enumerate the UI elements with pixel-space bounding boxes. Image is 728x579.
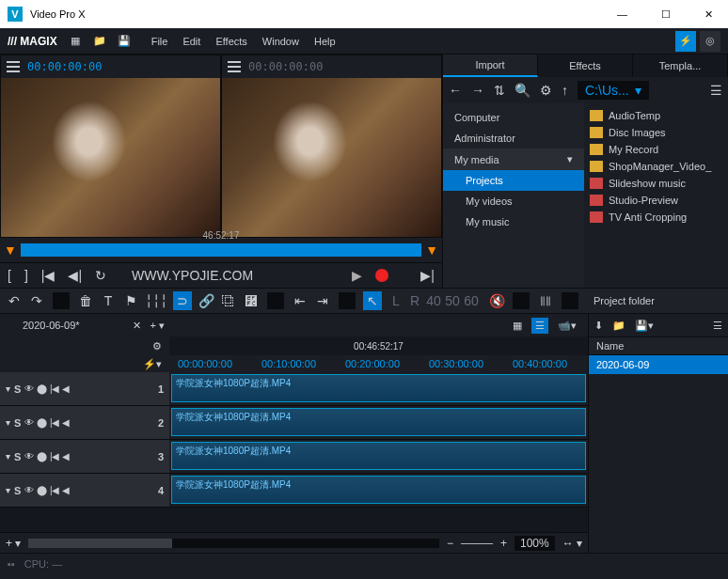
ungroup-icon[interactable]: ⿼: [243, 293, 260, 308]
project-tab[interactable]: 2020-06-09*: [8, 316, 95, 335]
tab-add-icon[interactable]: + ▾: [150, 320, 165, 332]
save-icon[interactable]: 💾: [116, 33, 133, 50]
program-video[interactable]: [222, 78, 441, 237]
program-timecode[interactable]: 00:00:00:00: [248, 60, 323, 73]
source-menu-icon[interactable]: [7, 61, 20, 72]
maximize-button[interactable]: ☐: [654, 7, 678, 23]
fit-icon[interactable]: ↔ ▾: [562, 537, 582, 550]
close-button[interactable]: ✕: [697, 7, 720, 23]
delete-icon[interactable]: 🗑: [77, 293, 94, 308]
path-dropdown[interactable]: C:\Us...▾: [578, 81, 649, 100]
folder-item[interactable]: Studio-Preview: [584, 192, 728, 209]
prev-frame-button[interactable]: ◀|: [68, 268, 82, 283]
menu-window[interactable]: Window: [262, 36, 299, 47]
pf-import-icon[interactable]: ⬇: [594, 320, 603, 332]
add-track-icon[interactable]: + ▾: [6, 537, 21, 550]
tab-effects[interactable]: Effects: [538, 55, 633, 77]
loop-button[interactable]: ↻: [95, 268, 106, 283]
view-cam-icon[interactable]: 📹▾: [554, 318, 580, 334]
timeline-ruler[interactable]: 00:46:52:17: [169, 336, 588, 355]
search-icon[interactable]: 🔍: [514, 83, 530, 98]
set-out-icon[interactable]: ⇥: [314, 293, 331, 308]
new-icon[interactable]: ▦: [67, 33, 84, 50]
menu-effects[interactable]: Effects: [215, 36, 246, 47]
in-marker-icon[interactable]: ▼: [4, 243, 17, 258]
tab-close-icon[interactable]: ✕: [133, 320, 141, 332]
timeline-scrollbar[interactable]: [28, 539, 439, 548]
flash-icon[interactable]: ⚡▾: [143, 358, 162, 370]
zoom-out-icon[interactable]: −: [447, 537, 453, 550]
menu-help[interactable]: Help: [314, 36, 336, 47]
go-start-button[interactable]: |◀: [41, 268, 55, 283]
zoom-value[interactable]: 100%: [514, 536, 555, 551]
range-end-button[interactable]: ]: [24, 268, 28, 283]
track-settings-icon[interactable]: ⚙: [152, 340, 162, 352]
out-marker-icon[interactable]: ▼: [425, 243, 438, 258]
source-video[interactable]: [1, 78, 220, 237]
set-in-icon[interactable]: ⇤: [292, 293, 309, 308]
snap-icon[interactable]: ⊃: [173, 291, 192, 310]
perf-icon[interactable]: ▪▪: [8, 558, 15, 570]
pointer-tool-icon[interactable]: ↖: [363, 291, 382, 310]
split-icon[interactable]: ╎╎╎: [145, 293, 167, 308]
tab-templates[interactable]: Templa...: [633, 55, 728, 77]
pf-folder-icon[interactable]: 📁: [612, 320, 625, 332]
folder-item[interactable]: Slideshow music: [584, 175, 728, 192]
pf-menu-icon[interactable]: ☰: [713, 320, 722, 332]
mixer-icon[interactable]: ⦀⦀: [537, 293, 554, 309]
range-start-button[interactable]: [: [8, 268, 11, 283]
fx-button[interactable]: ⚡: [675, 31, 696, 52]
source-timecode[interactable]: 00:00:00:00: [27, 60, 102, 73]
pf-save-icon[interactable]: 💾▾: [635, 320, 654, 332]
group-icon[interactable]: ⿻: [220, 293, 237, 308]
tree-projects[interactable]: Projects: [443, 170, 584, 191]
zoom-in-icon[interactable]: +: [500, 537, 507, 550]
marker-icon[interactable]: ⚑: [122, 293, 139, 308]
timeline-ticks[interactable]: 00:00:00:00 00:10:00:00 00:20:00:00 00:3…: [169, 355, 588, 372]
track-header[interactable]: ▾ S 👁 ⬤ |◀ ◀2: [0, 406, 169, 439]
view-options-icon[interactable]: ☰: [710, 83, 722, 98]
menu-edit[interactable]: Edit: [182, 36, 200, 47]
zoom-slider[interactable]: ────: [461, 537, 493, 550]
gear-icon[interactable]: ⚙: [540, 83, 552, 98]
back-icon[interactable]: ←: [449, 83, 462, 98]
minimize-button[interactable]: —: [609, 7, 635, 23]
tree-administrator[interactable]: Administrator: [443, 128, 584, 149]
clip[interactable]: 学院派女神1080P超清.MP4: [171, 442, 586, 470]
go-end-button[interactable]: ▶|: [420, 268, 435, 283]
track-header[interactable]: ▾ S 👁 ⬤ |◀ ◀1: [0, 372, 169, 405]
pf-item[interactable]: 2020-06-09: [589, 355, 728, 374]
up-icon[interactable]: ↑: [562, 83, 568, 98]
track-header[interactable]: ▾ S 👁 ⬤ |◀ ◀3: [0, 440, 169, 473]
tab-import[interactable]: Import: [443, 55, 538, 77]
tree-myvideos[interactable]: My videos: [443, 191, 584, 211]
forward-icon[interactable]: →: [471, 83, 484, 98]
mute-icon[interactable]: 🔇: [488, 293, 505, 308]
folder-item[interactable]: AudioTemp: [584, 107, 728, 124]
program-menu-icon[interactable]: [228, 61, 241, 72]
title-icon[interactable]: T: [100, 293, 117, 308]
tree-icon[interactable]: ⇅: [494, 83, 505, 98]
open-icon[interactable]: 📁: [91, 33, 108, 50]
tree-computer[interactable]: Computer: [443, 107, 584, 128]
redo-icon[interactable]: ↷: [28, 293, 45, 308]
link-icon[interactable]: 🔗: [198, 293, 214, 308]
view-list-icon[interactable]: ☰: [531, 318, 548, 334]
tree-mymusic[interactable]: My music: [443, 211, 584, 232]
view-grid-icon[interactable]: ▦: [509, 318, 526, 334]
clip[interactable]: 学院派女神1080P超清.MP4: [171, 476, 586, 504]
undo-icon[interactable]: ↶: [6, 293, 23, 308]
tree-mymedia[interactable]: My media▾: [443, 149, 584, 170]
menu-file[interactable]: File: [151, 36, 168, 47]
pf-column-header[interactable]: Name: [589, 336, 728, 355]
clip[interactable]: 学院派女神1080P超清.MP4: [171, 374, 586, 402]
folder-item[interactable]: My Record: [584, 141, 728, 158]
record-button[interactable]: [375, 269, 388, 282]
folder-item[interactable]: ShopManager_Video_: [584, 158, 728, 175]
scrub-bar[interactable]: 46:52:17: [21, 243, 421, 257]
disc-button[interactable]: ◎: [700, 31, 720, 52]
track-header[interactable]: ▾ S 👁 ⬤ |◀ ◀4: [0, 474, 169, 507]
folder-item[interactable]: Disc Images: [584, 124, 728, 141]
clip[interactable]: 学院派女神1080P超清.MP4: [171, 408, 586, 436]
folder-item[interactable]: TV Anti Cropping: [584, 209, 728, 226]
